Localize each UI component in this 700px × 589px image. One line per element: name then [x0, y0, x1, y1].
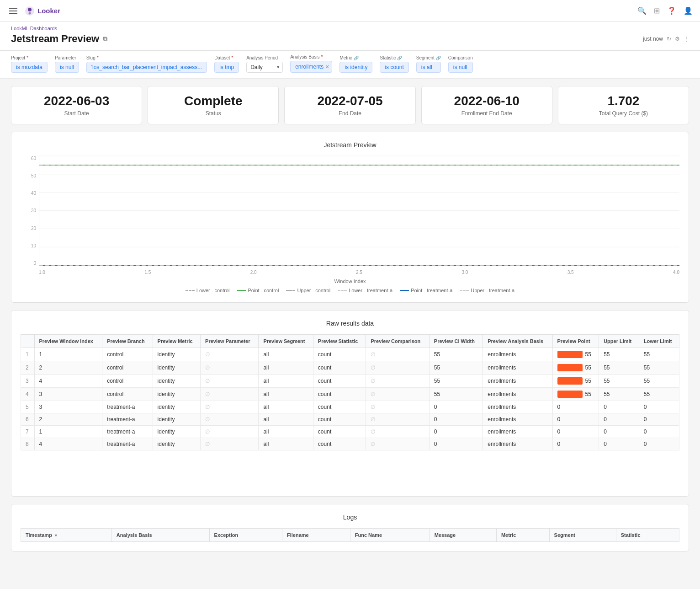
table-cell: ∅ — [366, 348, 429, 361]
logs-table-wrapper[interactable]: Timestamp▼Analysis BasisExceptionFilenam… — [21, 528, 679, 542]
table-wrapper[interactable]: Preview Window IndexPreview BranchPrevie… — [21, 334, 679, 450]
table-cell-rownum: 4 — [21, 388, 35, 401]
bar-visual — [557, 351, 583, 358]
chart-container: 60 50 40 30 20 10 0 — [21, 156, 679, 284]
tile-label: Status — [157, 110, 269, 117]
bar-cell: 55 — [557, 377, 594, 385]
tile-label: Start Date — [21, 110, 133, 117]
filter-select[interactable]: DailyWeekly — [246, 62, 283, 73]
table-cell: 4 — [34, 375, 102, 388]
filter-chip[interactable]: is identity — [339, 62, 372, 73]
filter-item-statistic: Statistic 🔗is count — [380, 55, 408, 73]
chip-remove-button[interactable]: × — [325, 63, 329, 70]
page-title: Jetstream Preview ⧉ — [11, 33, 107, 45]
summary-tile: 1.702Total Query Cost ($) — [558, 86, 689, 124]
table-row: 22controlidentity∅allcount∅55enrollments… — [21, 361, 679, 375]
filters-row: Project *is mozdataParameteris nullSlug … — [0, 51, 700, 79]
filter-chip-removable[interactable]: enrollments× — [290, 61, 332, 73]
table-header-cell: Lower Limit — [639, 335, 679, 348]
table-cell-point: 55 — [552, 348, 599, 361]
table-cell-lower: 55 — [639, 348, 679, 361]
filter-chip[interactable]: is null — [55, 62, 79, 73]
table-cell: count — [313, 438, 366, 450]
tile-value: 2022-06-10 — [431, 94, 543, 108]
table-cell: 0 — [429, 426, 483, 438]
tile-label: Total Query Cost ($) — [567, 110, 679, 117]
null-icon: ∅ — [371, 364, 375, 371]
legend-line-dashed — [286, 290, 295, 291]
menu-button[interactable] — [7, 6, 19, 16]
svg-point-2 — [29, 12, 31, 14]
chart-x-label: Window Index — [334, 278, 366, 284]
summary-tile: 2022-06-10Enrollment End Date — [421, 86, 552, 124]
filter-chip[interactable]: is count — [380, 62, 408, 73]
logs-header-cell: Filename — [282, 529, 350, 542]
breadcrumb[interactable]: LookML Dashboards — [11, 26, 689, 31]
filter-item-parameter: Parameteris null — [55, 55, 79, 73]
filter-item-segment: Segment 🔗is all — [416, 55, 441, 73]
table-cell-lower: 0 — [639, 438, 679, 450]
table-cell: count — [313, 401, 366, 413]
table-cell: all — [259, 348, 313, 361]
table-cell-lower: 55 — [639, 388, 679, 401]
link-icon: 🔗 — [436, 56, 441, 60]
null-icon: ∅ — [371, 428, 375, 435]
summary-tile: 2022-07-05End Date — [284, 86, 415, 124]
bar-cell: 55 — [557, 351, 594, 358]
table-cell: control — [102, 348, 153, 361]
table-cell: 3 — [34, 388, 102, 401]
table-cell: identity — [153, 348, 201, 361]
table-cell: 55 — [429, 388, 483, 401]
legend-item: Upper - control — [286, 288, 330, 293]
grid-icon[interactable]: ⊞ — [654, 6, 660, 15]
search-icon[interactable]: 🔍 — [637, 6, 647, 15]
null-icon: ∅ — [205, 364, 210, 371]
filter-chip[interactable]: is all — [416, 62, 441, 73]
null-icon: ∅ — [205, 404, 210, 410]
table-cell-rownum: 8 — [21, 438, 35, 450]
filter-chip[interactable]: is null — [448, 62, 473, 73]
tile-value: 2022-06-03 — [21, 94, 133, 108]
table-cell: all — [259, 361, 313, 375]
table-cell: count — [313, 375, 366, 388]
table-cell: 2 — [34, 413, 102, 426]
top-nav: Looker 🔍 ⊞ ❓ 👤 — [0, 0, 700, 22]
sort-icon[interactable]: ▼ — [54, 533, 58, 538]
table-cell: ∅ — [201, 401, 259, 413]
user-icon[interactable]: 👤 — [684, 6, 693, 15]
table-cell: 1 — [34, 348, 102, 361]
help-icon[interactable]: ❓ — [667, 6, 676, 15]
table-cell: ∅ — [201, 361, 259, 375]
table-row: 34controlidentity∅allcount∅55enrollments… — [21, 375, 679, 388]
table-cell-upper: 55 — [599, 348, 639, 361]
logs-table: Timestamp▼Analysis BasisExceptionFilenam… — [21, 528, 679, 542]
refresh-button[interactable]: ↻ — [667, 36, 671, 42]
table-cell: count — [313, 388, 366, 401]
main-content: 2022-06-03Start DateCompleteStatus2022-0… — [0, 79, 700, 559]
filter-item-metric: Metric 🔗is identity — [339, 55, 372, 73]
table-cell: ∅ — [201, 413, 259, 426]
table-cell-lower: 55 — [639, 361, 679, 375]
chip-value: enrollments — [295, 64, 323, 70]
more-button[interactable]: ⋮ — [684, 36, 689, 42]
table-cell: 55 — [429, 348, 483, 361]
filter-button[interactable]: ⚙ — [675, 36, 680, 42]
filter-chip[interactable]: is tmp — [214, 62, 239, 73]
table-cell-upper: 0 — [599, 438, 639, 450]
filter-chip[interactable]: is mozdata — [11, 62, 48, 73]
logs-header-cell: Analysis Basis — [111, 529, 209, 542]
null-icon: ∅ — [371, 416, 375, 423]
table-cell-point: 55 — [552, 375, 599, 388]
legend-label: Point - control — [248, 288, 279, 293]
table-cell: 55 — [429, 375, 483, 388]
save-icon[interactable]: ⧉ — [103, 35, 107, 43]
legend-label: Upper - treatment-a — [471, 288, 514, 293]
legend-line-dashed — [460, 290, 469, 291]
table-cell: all — [259, 401, 313, 413]
table-cell: all — [259, 426, 313, 438]
table-cell: all — [259, 413, 313, 426]
table-cell: ∅ — [366, 413, 429, 426]
filter-chip[interactable]: 'los_search_bar_placement_impact_assess.… — [86, 62, 207, 73]
summary-tile: CompleteStatus — [148, 86, 279, 124]
table-cell: treatment-a — [102, 426, 153, 438]
